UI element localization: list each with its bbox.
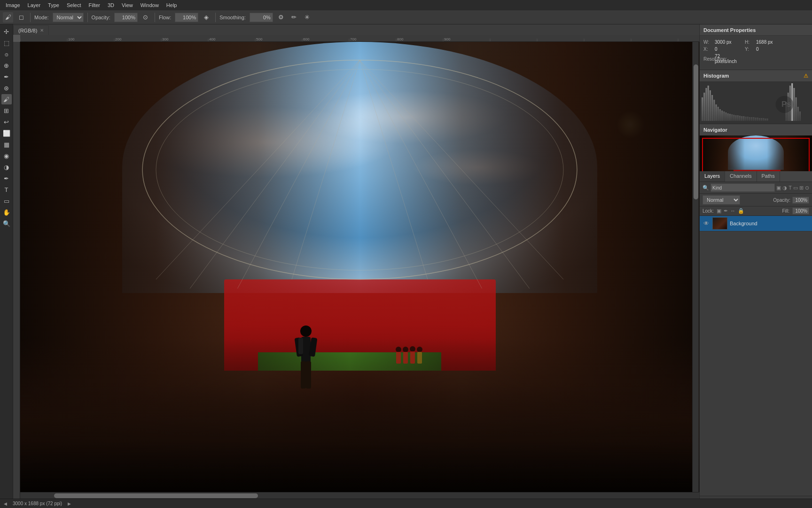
healing-tool[interactable]: ⊛ <box>1 83 12 93</box>
menu-filter[interactable]: Filter <box>85 1 104 9</box>
opacity-value-input[interactable]: 100% <box>792 197 809 204</box>
menu-window[interactable]: Window <box>137 1 163 9</box>
brush-tool[interactable]: 🖌 <box>1 94 12 104</box>
lock-artboard-icon[interactable]: ↔ <box>730 208 735 214</box>
menu-3d[interactable]: 3D <box>104 1 118 9</box>
gradient-tool[interactable]: ▦ <box>1 139 12 150</box>
opacity-input[interactable]: 100% <box>114 13 138 22</box>
left-toolbox: ✢ ⬚ ⌾ ⊕ ✒ ⊛ 🖌 ⊞ ↩ ⬜ ▦ ◉ ◑ ✒ T ▭ ✋ 🔍 <box>0 24 13 499</box>
filter-type-icon[interactable]: T <box>789 185 792 191</box>
menu-image[interactable]: Image <box>2 1 24 9</box>
filter-adjust-icon[interactable]: ◑ <box>782 185 787 191</box>
opacity-airbrush-icon[interactable]: ⊙ <box>141 12 151 23</box>
settings-icon[interactable]: ⚙ <box>276 12 286 23</box>
pen-tool[interactable]: ✒ <box>1 173 12 183</box>
svg-text:200: 200 <box>115 37 122 41</box>
lasso-tool[interactable]: ⌾ <box>1 49 12 59</box>
brush-type-icon[interactable]: ◻ <box>16 12 26 23</box>
dodge-tool[interactable]: ◑ <box>1 162 12 172</box>
tab-close-button[interactable]: ✕ <box>40 28 44 33</box>
filter-smart-icon[interactable]: ⊞ <box>799 185 804 191</box>
svg-text:800: 800 <box>397 37 404 41</box>
zoom-tool[interactable]: 🔍 <box>1 218 12 229</box>
blur-tool[interactable]: ◉ <box>1 151 12 161</box>
lock-pixels-icon[interactable]: ▣ <box>717 208 721 214</box>
toolbar-separator-3 <box>155 13 155 22</box>
search-icon: 🔍 <box>703 185 709 191</box>
shape-tool[interactable]: ▭ <box>1 196 12 206</box>
move-tool[interactable]: ✢ <box>1 26 12 37</box>
layers-panel: Layers Channels Paths 🔍 ▣ ◑ T ▭ ⊞ ⊙ Norm… <box>700 171 812 508</box>
histogram-canvas: Ps <box>700 81 812 124</box>
canvas-area[interactable]: 100 200 300 400 500 600 700 800 900 <box>13 35 699 499</box>
properties-title-bar[interactable]: Document Properties <box>700 24 812 36</box>
w-label: W: <box>703 40 713 45</box>
blend-mode-select[interactable]: Normal <box>703 195 740 205</box>
navigator-title-bar[interactable]: Navigator <box>700 124 812 135</box>
scrollbar-horizontal[interactable] <box>20 492 699 499</box>
lock-label: Lock: <box>703 208 714 214</box>
filter-pixel-icon[interactable]: ▣ <box>776 185 781 191</box>
status-doc-info: 3000 x 1688 px (72 ppi) <box>13 501 62 506</box>
svg-rect-59 <box>721 111 723 121</box>
svg-rect-89 <box>797 107 799 121</box>
document-tab[interactable]: (RGB/8) ✕ <box>13 25 49 35</box>
filter-on-icon[interactable]: ⊙ <box>805 185 809 191</box>
hand-tool[interactable]: ✋ <box>1 207 12 217</box>
mode-select[interactable]: Normal <box>53 13 84 22</box>
filter-shape-icon[interactable]: ▭ <box>793 185 798 191</box>
status-arrow-right[interactable]: ▶ <box>68 501 71 506</box>
lock-all-icon[interactable]: 🔒 <box>738 208 744 214</box>
status-arrow-left[interactable]: ◀ <box>4 501 7 506</box>
selection-tool[interactable]: ⬚ <box>1 38 12 48</box>
layers-list: 👁 Background <box>700 216 812 496</box>
menu-select[interactable]: Select <box>63 1 85 9</box>
resolution-value: 72 pixels/inch <box>715 54 743 64</box>
svg-text:Ps: Ps <box>781 100 791 108</box>
tab-paths[interactable]: Paths <box>757 171 780 182</box>
smoothing-label: Smoothing: <box>219 15 246 20</box>
histogram-title-bar[interactable]: Histogram ⚠ <box>700 70 812 81</box>
svg-rect-58 <box>719 109 721 121</box>
eyedropper-tool[interactable]: ✒ <box>1 71 12 82</box>
svg-rect-81 <box>765 119 766 121</box>
flow-icon[interactable]: ◈ <box>201 12 211 23</box>
flow-label: Flow: <box>159 15 171 20</box>
tab-channels[interactable]: Channels <box>725 171 757 182</box>
crop-tool[interactable]: ⊕ <box>1 60 12 71</box>
x-value: 0 <box>715 47 743 52</box>
clone-tool[interactable]: ⊞ <box>1 105 12 116</box>
lock-position-icon[interactable]: ✒ <box>724 208 728 214</box>
menu-bar: Image Layer Type Select Filter 3D View W… <box>0 0 812 10</box>
fill-value-input[interactable]: 100% <box>792 207 809 214</box>
layers-blend-row: Normal Opacity: 100% <box>700 194 812 206</box>
layer-item-background[interactable]: 👁 Background <box>700 216 812 231</box>
brush-tool-icon[interactable]: 🖌 <box>3 12 13 23</box>
svg-rect-74 <box>751 117 752 121</box>
svg-rect-52 <box>708 86 709 121</box>
menu-layer[interactable]: Layer <box>24 1 45 9</box>
brush-settings-icon[interactable]: ✏ <box>289 12 299 23</box>
scrollbar-h-thumb[interactable] <box>54 493 258 498</box>
layer-thumb-image <box>713 218 727 229</box>
text-tool[interactable]: T <box>1 184 12 195</box>
tab-layers[interactable]: Layers <box>700 171 725 182</box>
toolbar-separator-4 <box>215 13 216 22</box>
svg-text:100: 100 <box>68 37 75 41</box>
layer-visibility-icon[interactable]: 👁 <box>703 220 710 227</box>
svg-rect-80 <box>763 118 764 121</box>
svg-rect-67 <box>737 115 739 121</box>
menu-type[interactable]: Type <box>44 1 63 9</box>
symmetry-icon[interactable]: ✳ <box>302 12 312 23</box>
scrollbar-v-thumb[interactable] <box>694 64 698 199</box>
history-tool[interactable]: ↩ <box>1 117 12 127</box>
menu-help[interactable]: Help <box>163 1 181 9</box>
scrollbar-vertical[interactable] <box>692 42 699 492</box>
canvas-image-area[interactable] <box>20 42 699 499</box>
eraser-tool[interactable]: ⬜ <box>1 128 12 138</box>
svg-rect-82 <box>767 119 768 121</box>
flow-input[interactable]: 100% <box>175 13 198 22</box>
layers-filter-input[interactable] <box>710 183 775 192</box>
menu-view[interactable]: View <box>118 1 137 9</box>
smoothing-input[interactable]: 0% <box>250 13 273 22</box>
